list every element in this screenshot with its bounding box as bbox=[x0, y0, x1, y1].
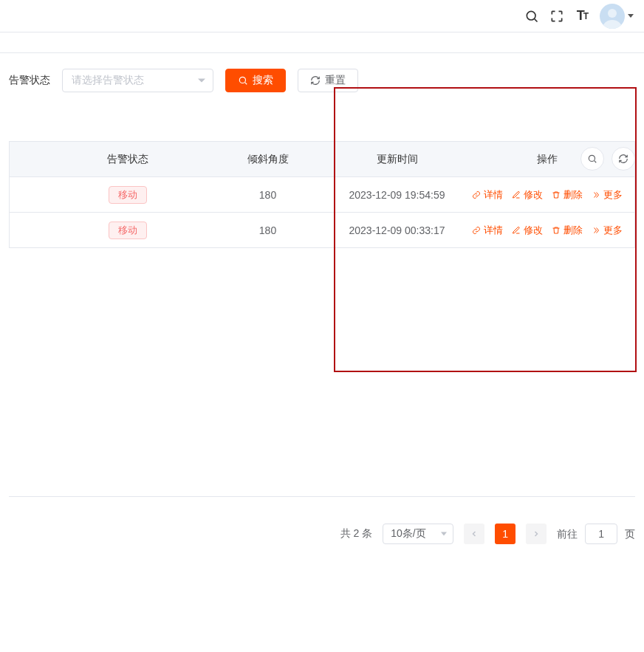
cell-status: 移动 bbox=[54, 213, 202, 248]
content-area: 告警状态 倾斜角度 更新时间 操作 移动 180 2023-12-09 19:5… bbox=[9, 141, 635, 248]
page-prev-button[interactable] bbox=[464, 524, 484, 544]
col-updatetime: 更新时间 bbox=[335, 142, 460, 177]
svg-line-3 bbox=[245, 83, 247, 85]
page-goto-input[interactable] bbox=[585, 524, 617, 544]
trash-icon bbox=[552, 191, 561, 199]
pagination: 共 2 条 10条/页 1 前往 页 bbox=[9, 524, 635, 544]
filter-bar: 告警状态 请选择告警状态 搜索 重置 bbox=[0, 53, 644, 100]
table-header-row: 告警状态 倾斜角度 更新时间 操作 bbox=[10, 142, 635, 177]
fullscreen-icon[interactable] bbox=[549, 9, 564, 24]
action-group: 详情 修改 删除 更多 bbox=[461, 224, 634, 237]
action-detail[interactable]: 详情 bbox=[472, 188, 503, 202]
cell-actions: 详情 修改 删除 更多 bbox=[460, 213, 635, 248]
edit-icon bbox=[512, 226, 521, 235]
topbar: TT bbox=[0, 0, 644, 32]
chevron-left-icon bbox=[470, 529, 479, 538]
page-number-current[interactable]: 1 bbox=[495, 524, 515, 544]
fontsize-icon[interactable]: TT bbox=[575, 9, 589, 24]
cell-angle: 180 bbox=[202, 177, 335, 213]
search-button[interactable]: 搜索 bbox=[225, 69, 286, 92]
page-size-label: 10条/页 bbox=[391, 527, 425, 541]
link-icon bbox=[472, 226, 481, 235]
table-refresh-button[interactable] bbox=[612, 147, 635, 171]
col-gutter bbox=[10, 142, 54, 177]
pagination-total: 共 2 条 bbox=[340, 527, 373, 541]
action-group: 详情 修改 删除 更多 bbox=[461, 188, 634, 202]
search-icon[interactable] bbox=[524, 9, 539, 24]
avatar bbox=[600, 4, 625, 29]
cell-gutter bbox=[10, 177, 54, 213]
col-angle: 倾斜角度 bbox=[202, 142, 335, 177]
chevron-down-icon bbox=[628, 14, 634, 18]
page-size-select[interactable]: 10条/页 bbox=[383, 524, 453, 544]
reset-button-label: 重置 bbox=[325, 74, 346, 87]
cell-gutter bbox=[10, 213, 54, 248]
action-more[interactable]: 更多 bbox=[592, 188, 623, 202]
data-table: 告警状态 倾斜角度 更新时间 操作 移动 180 2023-12-09 19:5… bbox=[9, 141, 635, 248]
cell-angle: 180 bbox=[202, 213, 335, 248]
cell-actions: 详情 修改 删除 更多 bbox=[460, 177, 635, 213]
refresh-icon bbox=[618, 154, 628, 164]
svg-point-4 bbox=[589, 155, 595, 161]
cell-status: 移动 bbox=[54, 177, 202, 213]
status-select-placeholder: 请选择告警状态 bbox=[72, 74, 144, 87]
chevron-right-icon bbox=[532, 529, 541, 538]
user-menu[interactable] bbox=[600, 4, 634, 29]
double-chevron-right-icon bbox=[592, 226, 600, 235]
action-detail[interactable]: 详情 bbox=[472, 224, 503, 237]
sub-header-strip bbox=[0, 32, 644, 53]
action-delete[interactable]: 删除 bbox=[552, 188, 583, 202]
pagination-panel: 共 2 条 10条/页 1 前往 页 bbox=[9, 496, 635, 544]
page-goto-suffix: 页 bbox=[625, 528, 635, 540]
trash-icon bbox=[552, 226, 561, 235]
filter-label-status: 告警状态 bbox=[9, 74, 50, 87]
double-chevron-right-icon bbox=[592, 191, 600, 199]
refresh-icon bbox=[310, 75, 321, 86]
status-badge: 移动 bbox=[109, 186, 147, 204]
table-search-button[interactable] bbox=[580, 147, 604, 171]
chevron-down-icon bbox=[441, 532, 447, 536]
action-edit[interactable]: 修改 bbox=[512, 224, 543, 237]
reset-button[interactable]: 重置 bbox=[298, 69, 358, 92]
cell-updatetime: 2023-12-09 19:54:59 bbox=[335, 177, 460, 213]
chevron-down-icon bbox=[198, 79, 205, 83]
page-next-button[interactable] bbox=[526, 524, 547, 544]
table-mini-toolbar bbox=[580, 147, 635, 171]
edit-icon bbox=[512, 191, 521, 199]
svg-line-5 bbox=[595, 161, 597, 163]
cell-updatetime: 2023-12-09 00:33:17 bbox=[335, 213, 460, 248]
svg-point-2 bbox=[239, 77, 245, 83]
status-badge: 移动 bbox=[109, 222, 147, 239]
action-more[interactable]: 更多 bbox=[592, 224, 623, 237]
search-icon bbox=[587, 154, 597, 164]
page-goto-prefix: 前往 bbox=[557, 528, 578, 540]
col-status: 告警状态 bbox=[54, 142, 202, 177]
table-row: 移动 180 2023-12-09 19:54:59 详情 修改 bbox=[10, 177, 635, 213]
link-icon bbox=[472, 191, 481, 199]
table-row: 移动 180 2023-12-09 00:33:17 详情 修改 bbox=[10, 213, 635, 248]
search-button-label: 搜索 bbox=[253, 74, 273, 87]
svg-point-0 bbox=[527, 11, 535, 20]
action-delete[interactable]: 删除 bbox=[552, 224, 583, 237]
svg-line-1 bbox=[535, 18, 538, 21]
page-goto: 前往 页 bbox=[557, 524, 635, 544]
status-select[interactable]: 请选择告警状态 bbox=[62, 69, 213, 92]
search-icon bbox=[238, 75, 248, 86]
action-edit[interactable]: 修改 bbox=[512, 188, 543, 202]
